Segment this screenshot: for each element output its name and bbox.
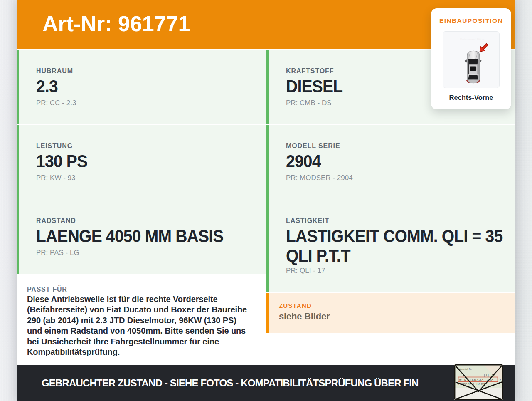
svg-text:7: 7 [499, 378, 501, 382]
svg-text:Fahrgestell-Nr.: Fahrgestell-Nr. [458, 368, 472, 370]
svg-text:Drehmoment-Stütze: Drehmoment-Stütze [460, 38, 485, 41]
